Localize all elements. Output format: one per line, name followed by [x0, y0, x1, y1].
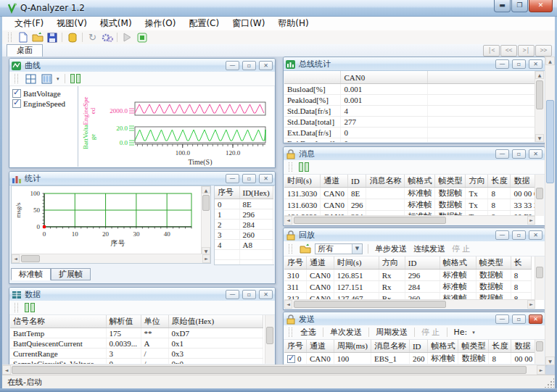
message-restore-button[interactable]: ▫	[512, 149, 526, 159]
maximize-button[interactable]: ❐	[511, 0, 528, 12]
table-row[interactable]: Std.Data[total]277	[284, 117, 535, 128]
column-header[interactable]: 消息名称	[366, 175, 405, 188]
menu-view[interactable]: 视图(V)	[50, 17, 94, 30]
send-table[interactable]: 序号通道周期(ms)消息名称ID帧格式帧类型长度数据0CAN0100EBS_12…	[284, 340, 535, 364]
stats-chart-pane[interactable]: 010203040050100msg/s序号 ▲ ▼ ◄ ►	[11, 185, 211, 264]
column-header[interactable]: 时间(s)	[334, 257, 379, 270]
send-minimize-button[interactable]: —	[495, 314, 509, 324]
chevron-down-icon[interactable]: ▾	[57, 76, 59, 82]
scroll-left-arrow[interactable]: ◄	[2, 365, 11, 375]
table-row[interactable]: BattQuiescentCurrent0.0039...A0x1	[10, 338, 263, 349]
replay-vscrollbar[interactable]	[535, 257, 544, 300]
database-icon[interactable]	[66, 32, 78, 43]
replay-restore-button[interactable]: ▫	[512, 230, 526, 240]
mdi-hscrollbar[interactable]: ◄ ►	[2, 364, 545, 375]
stats-restore-button[interactable]: ▫	[242, 174, 256, 183]
column-header[interactable]: 长	[511, 257, 531, 270]
column-header[interactable]: 时间(s)	[284, 175, 321, 188]
menu-operate[interactable]: 操作(O)	[139, 17, 183, 30]
data-table[interactable]: 信号名称解析值单位原始值(Hex)BattTemp175**0xD7BattQu…	[10, 315, 265, 364]
replay-filter-select[interactable]: 所有 ▼	[315, 243, 363, 254]
table-row[interactable]: 131.3030CAN08E标准帧数据帧Tx800 00 0	[284, 188, 535, 199]
message-hscrollbar[interactable]: ◄ ►	[284, 215, 535, 225]
scroll-up-arrow[interactable]: ▲	[535, 71, 544, 79]
column-header[interactable]: 解析值	[106, 315, 141, 328]
column-header[interactable]: 信号名称	[10, 315, 106, 328]
close-button[interactable]: ✕	[529, 0, 553, 12]
table-row[interactable]: Peakload[%]0.001	[284, 95, 535, 106]
column-header[interactable]: 帧格式	[428, 340, 458, 353]
scroll-thumb[interactable]	[12, 366, 527, 374]
refresh-icon[interactable]: ↻	[86, 32, 99, 43]
scroll-up-arrow[interactable]: ▲	[545, 57, 555, 65]
pause-icon[interactable]	[25, 303, 35, 312]
column-header[interactable]: 序号	[284, 340, 307, 353]
column-layout-icon[interactable]	[41, 73, 53, 85]
nav-last-button[interactable]: >>	[535, 45, 552, 57]
data-vscrollbar[interactable]	[265, 315, 274, 364]
column-header[interactable]: 长度	[489, 340, 511, 353]
scroll-thumb[interactable]	[294, 301, 446, 308]
nav-first-button[interactable]: |<	[483, 45, 500, 57]
tab-extended-frame[interactable]: 扩展帧	[51, 268, 91, 280]
column-header[interactable]: 周期(ms)	[334, 340, 371, 353]
table-row[interactable]: BattTemp175**0xD7	[10, 328, 263, 338]
stats-id-table[interactable]: 序号ID(Hex)08E1296228432604A8	[214, 185, 274, 265]
single-step-send-button[interactable]: 单步发送	[374, 243, 408, 254]
column-header[interactable]: 帧类型	[435, 175, 466, 188]
scroll-right-arrow[interactable]: ►	[537, 365, 545, 375]
stats-chart-vscrollbar[interactable]: ▲ ▼	[201, 186, 210, 254]
signal-row[interactable]: EngineSpeed	[10, 99, 78, 109]
scroll-right-arrow[interactable]: ►	[527, 300, 535, 309]
column-header[interactable]: 单位	[141, 315, 168, 328]
column-header[interactable]: 帧类型	[476, 257, 511, 270]
scroll-left-arrow[interactable]: ◄	[12, 254, 20, 263]
table-row[interactable]: 2284	[215, 220, 273, 230]
column-header[interactable]: 帧格式	[405, 175, 435, 188]
column-header[interactable]: 通道	[307, 340, 334, 353]
pause-icon[interactable]	[299, 162, 309, 172]
curve-chart-pane[interactable]: 2000.0EngineSpeed20.00.0BattVoltage100.0…	[79, 86, 274, 167]
column-header[interactable]: 帧类型	[458, 340, 489, 353]
stop-icon[interactable]	[136, 32, 148, 43]
menu-help[interactable]: 帮助(H)	[271, 17, 315, 30]
scroll-thumb[interactable]	[266, 327, 273, 344]
column-header[interactable]: 帧格式	[440, 257, 476, 270]
select-all-button[interactable]: 全选	[299, 327, 318, 338]
column-header[interactable]: 方向	[379, 257, 405, 270]
open-replay-file-icon[interactable]	[299, 243, 311, 254]
bus-stats-restore-button[interactable]: ▫	[512, 59, 526, 69]
bus-stats-minimize-button[interactable]: —	[495, 59, 509, 69]
send-restore-button[interactable]: ▫	[512, 314, 526, 324]
table-row[interactable]: 310CAN0126.851Rx296标准帧数据帧8	[284, 270, 531, 281]
curve-restore-button[interactable]: ▫	[242, 61, 256, 70]
column-header[interactable]: ID	[405, 257, 440, 270]
table-row[interactable]	[215, 250, 273, 260]
signal-checkbox-enginespeed[interactable]	[12, 99, 21, 108]
mdi-vscrollbar[interactable]: ▲ ▼	[545, 57, 555, 365]
scroll-thumb[interactable]	[536, 341, 543, 351]
send-close-button[interactable]: ✕	[529, 314, 542, 324]
settings-gears-icon[interactable]	[101, 32, 113, 43]
open-file-icon[interactable]	[31, 32, 44, 43]
row-checkbox[interactable]	[287, 355, 295, 363]
stats-minimize-button[interactable]: —	[226, 174, 239, 183]
column-header[interactable]: ID(Hex)	[239, 186, 273, 199]
message-table[interactable]: 时间(s)通道ID消息名称帧格式帧类型方向长度数据131.3030CAN08E标…	[284, 175, 535, 216]
save-icon[interactable]	[46, 32, 58, 43]
continuous-send-button[interactable]: 连续发送	[412, 243, 447, 254]
nav-next-button[interactable]: >|	[518, 45, 535, 57]
scroll-left-arrow[interactable]: ◄	[284, 300, 292, 309]
column-header[interactable]	[427, 71, 535, 84]
pause-icon[interactable]	[70, 74, 81, 83]
periodic-send-button[interactable]: 周期发送	[374, 327, 409, 338]
grid-layout-icon[interactable]	[25, 73, 37, 85]
column-header[interactable]: 通道	[321, 175, 348, 188]
column-header[interactable]: 序号	[284, 257, 307, 270]
bus-stats-close-button[interactable]: ✕	[529, 59, 542, 69]
signal-row[interactable]: BattVoltage	[10, 88, 78, 99]
table-row[interactable]: Busload[%]0.001	[284, 84, 535, 95]
new-file-icon[interactable]	[17, 32, 29, 43]
bus-stats-vscrollbar[interactable]: ▲ ▼	[535, 71, 544, 142]
send-vscrollbar[interactable]	[535, 340, 544, 364]
